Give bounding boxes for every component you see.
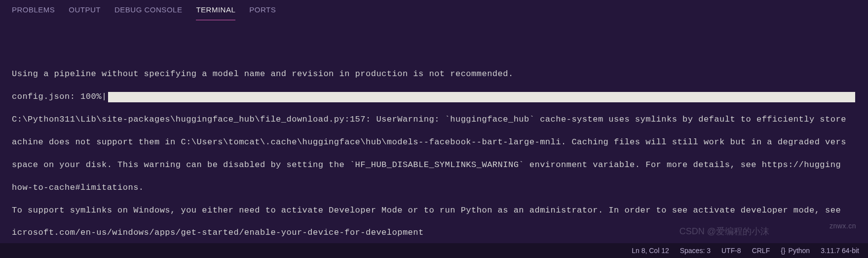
progress-config: config.json: 100%| xyxy=(12,91,856,103)
status-language[interactable]: {} Python xyxy=(781,246,810,256)
terminal-line: space on your disk. This warning can be … xyxy=(12,160,856,171)
progress-fill xyxy=(108,92,855,102)
tab-output[interactable]: OUTPUT xyxy=(69,5,101,20)
terminal-line xyxy=(12,46,856,57)
braces-icon: {} xyxy=(781,246,785,256)
terminal-line: achine does not support them in C:\Users… xyxy=(12,137,856,148)
status-position[interactable]: Ln 8, Col 12 xyxy=(632,246,669,256)
tab-ports[interactable]: PORTS xyxy=(249,5,276,20)
terminal-line: C:\Python311\Lib\site-packages\huggingfa… xyxy=(12,114,856,126)
status-encoding[interactable]: UTF-8 xyxy=(721,246,741,256)
panel-tabs: PROBLEMS OUTPUT DEBUG CONSOLE TERMINAL P… xyxy=(0,0,868,21)
tab-terminal[interactable]: TERMINAL xyxy=(196,5,235,20)
terminal-line: To support symlinks on Windows, you eith… xyxy=(12,205,856,216)
status-spaces[interactable]: Spaces: 3 xyxy=(680,246,711,256)
terminal-line: how-to-cache#limitations. xyxy=(12,182,856,194)
terminal-line: Using a pipeline without specifying a mo… xyxy=(12,69,856,80)
terminal-output[interactable]: Using a pipeline without specifying a mo… xyxy=(0,21,868,258)
status-bar: Ln 8, Col 12 Spaces: 3 UTF-8 CRLF {} Pyt… xyxy=(0,243,868,258)
status-interpreter[interactable]: 3.11.7 64-bit xyxy=(821,246,859,256)
tab-debug-console[interactable]: DEBUG CONSOLE xyxy=(114,5,182,20)
progress-label: config.json: 100%| xyxy=(12,91,107,103)
status-eol[interactable]: CRLF xyxy=(752,246,770,256)
status-language-label: Python xyxy=(789,246,810,256)
tab-problems[interactable]: PROBLEMS xyxy=(12,5,55,20)
terminal-line: icrosoft.com/en-us/windows/apps/get-star… xyxy=(12,227,856,239)
